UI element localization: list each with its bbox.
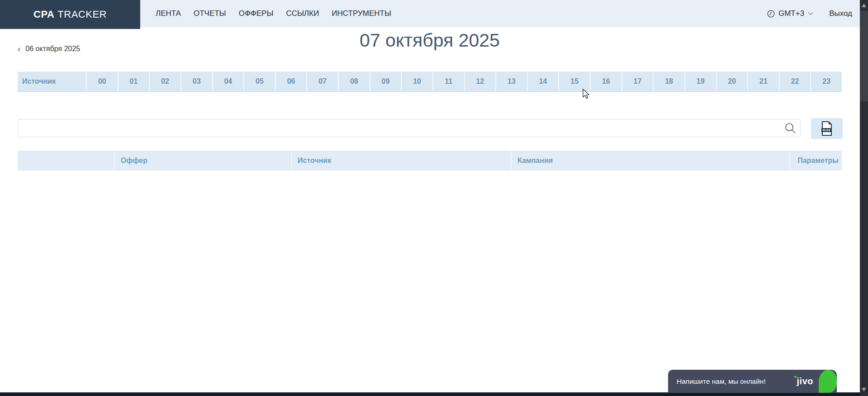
hour-cell-13: 13 — [495, 72, 527, 91]
scroll-up-arrow[interactable] — [862, 4, 866, 7]
hour-cell-00: 00 — [86, 72, 118, 91]
search-icon[interactable] — [784, 122, 796, 134]
svg-text:XLSX: XLSX — [823, 129, 831, 132]
xlsx-file-icon: XLSX — [821, 121, 833, 136]
results-table-header: ОфферИсточникКампанияПараметры — [18, 151, 842, 171]
hour-cell-22: 22 — [779, 72, 811, 91]
hour-cell-10: 10 — [401, 72, 432, 91]
column-header-offer: Оффер — [114, 151, 291, 171]
chat-widget[interactable]: Напишите нам, мы онлайн! jivo — [668, 370, 837, 393]
column-header-params: Параметры — [789, 151, 842, 171]
hour-cell-23: 23 — [810, 72, 842, 91]
hour-cell-17: 17 — [621, 72, 653, 91]
timezone-selector[interactable]: GMT+3 — [767, 9, 813, 18]
hour-cell-18: 18 — [653, 72, 684, 91]
timezone-label: GMT+3 — [778, 9, 804, 18]
hour-cell-20: 20 — [716, 72, 748, 91]
logo-text-bold: CPA — [33, 9, 54, 20]
chevron-left-icon: ‹ — [18, 45, 20, 52]
clock-icon — [767, 10, 775, 18]
hour-cell-09: 09 — [370, 72, 401, 91]
hour-cell-12: 12 — [464, 72, 496, 91]
hour-cell-15: 15 — [558, 72, 590, 91]
logo-text-light: TRACKER — [57, 9, 107, 20]
column-header-blank — [18, 151, 114, 171]
column-header-source: Источник — [291, 151, 511, 171]
hour-cell-07: 07 — [306, 72, 338, 91]
hour-cell-08: 08 — [338, 72, 370, 91]
hour-cell-21: 21 — [747, 72, 779, 91]
hour-cell-03: 03 — [180, 72, 212, 91]
source-column-header: Источник — [18, 72, 86, 91]
export-xlsx-button[interactable]: XLSX — [811, 118, 843, 139]
hours-header-row: Источник 0001020304050607080910111213141… — [18, 72, 842, 92]
scrollbar-thumb[interactable] — [860, 11, 868, 101]
hour-cell-19: 19 — [684, 72, 716, 91]
nav-item-offery[interactable]: ОФФЕРЫ — [239, 9, 274, 18]
main-nav: ЛЕНТАОТЧЕТЫОФФЕРЫССЫЛКИИНСТРУМЕНТЫ — [156, 0, 391, 27]
hour-cell-04: 04 — [212, 72, 244, 91]
vertical-scrollbar[interactable] — [860, 0, 868, 396]
topbar-right: GMT+3 Выход — [767, 0, 852, 27]
search-bar — [18, 119, 801, 137]
search-input[interactable] — [18, 119, 801, 137]
hour-cell-01: 01 — [118, 72, 149, 91]
hour-cell-05: 05 — [243, 72, 275, 91]
chevron-down-icon — [808, 12, 813, 15]
hour-cells: 0001020304050607080910111213141516171819… — [86, 72, 842, 91]
jivo-leaf-icon — [819, 370, 837, 393]
hour-cell-14: 14 — [527, 72, 559, 91]
nav-item-instrumenty[interactable]: ИНСТРУМЕНТЫ — [332, 9, 391, 18]
app-window: ЛЕНТАОТЧЕТЫОФФЕРЫССЫЛКИИНСТРУМЕНТЫ GMT+3… — [0, 0, 868, 396]
page-bottom-strip — [0, 392, 860, 396]
hour-cell-11: 11 — [432, 72, 464, 91]
hour-cell-16: 16 — [590, 72, 621, 91]
chat-message: Напишите нам, мы онлайн! — [677, 370, 766, 393]
prev-day-link[interactable]: ‹ 06 октября 2025 — [18, 45, 80, 53]
app-logo[interactable]: CPA TRACKER — [0, 0, 140, 29]
prev-day-label: 06 октября 2025 — [25, 45, 80, 53]
jivo-logo: jivo — [797, 370, 813, 393]
logout-button[interactable]: Выход — [829, 9, 852, 18]
jivo-logo-dot — [794, 376, 797, 378]
nav-item-otchety[interactable]: ОТЧЕТЫ — [194, 9, 226, 18]
hour-cell-02: 02 — [149, 72, 180, 91]
nav-item-ssylki[interactable]: ССЫЛКИ — [286, 9, 319, 18]
hour-cell-06: 06 — [275, 72, 307, 91]
nav-item-lenta[interactable]: ЛЕНТА — [156, 9, 181, 18]
page-title: 07 октября 2025 — [18, 30, 842, 51]
column-header-campaign: Кампания — [511, 151, 789, 171]
scroll-down-arrow[interactable] — [862, 388, 866, 391]
